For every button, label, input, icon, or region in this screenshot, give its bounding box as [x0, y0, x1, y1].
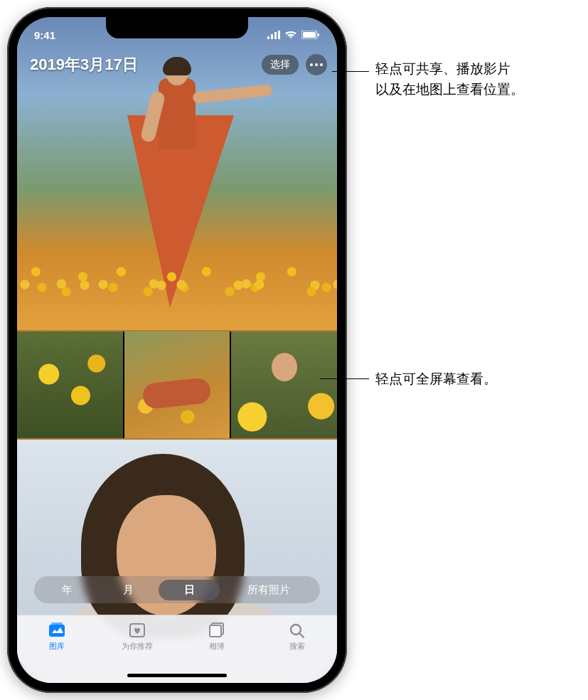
- svg-rect-2: [274, 32, 277, 39]
- header-overlay: 2019年3月17日 选择: [30, 54, 327, 75]
- photo-thumbnail[interactable]: [231, 332, 337, 438]
- tab-library[interactable]: 图库: [18, 621, 95, 652]
- tab-albums[interactable]: 相簿: [178, 621, 255, 652]
- tab-label: 搜索: [289, 641, 305, 652]
- more-button[interactable]: [306, 54, 327, 75]
- svg-rect-0: [267, 36, 269, 39]
- tab-label: 相簿: [209, 641, 225, 652]
- albums-icon: [207, 621, 227, 640]
- tab-label: 为你推荐: [122, 641, 153, 652]
- svg-line-13: [299, 634, 304, 638]
- svg-rect-5: [303, 32, 316, 38]
- library-icon: [47, 621, 67, 640]
- callout-thumbnail: 轻点可全屏幕查看。: [375, 368, 497, 389]
- date-title: 2019年3月17日: [30, 54, 138, 75]
- time-scale-segmented-control[interactable]: 年 月 日 所有照片: [34, 576, 320, 603]
- wifi-icon: [284, 31, 297, 39]
- for-you-icon: [127, 621, 147, 640]
- svg-rect-1: [271, 34, 273, 39]
- segment-year[interactable]: 年: [36, 580, 97, 600]
- documentation-figure: 9:41: [0, 0, 588, 700]
- photo-thumbnail[interactable]: [124, 332, 230, 438]
- svg-rect-3: [278, 31, 280, 39]
- header-actions: 选择: [262, 54, 327, 75]
- hero-foreground: [17, 238, 337, 330]
- thumbnail-row: [17, 332, 337, 438]
- iphone-frame: 9:41: [7, 7, 347, 693]
- segment-day[interactable]: 日: [159, 580, 220, 600]
- tab-label: 图库: [49, 641, 65, 652]
- home-indicator[interactable]: [127, 674, 227, 677]
- select-button[interactable]: 选择: [262, 55, 299, 75]
- battery-icon: [301, 31, 320, 39]
- svg-rect-8: [51, 622, 63, 625]
- callout-line: [320, 378, 369, 379]
- search-icon: [287, 621, 307, 640]
- notch: [106, 17, 248, 38]
- svg-rect-7: [49, 625, 65, 637]
- svg-rect-11: [210, 625, 221, 637]
- status-time: 9:41: [34, 29, 55, 41]
- iphone-screen: 9:41: [17, 17, 337, 683]
- segment-month[interactable]: 月: [97, 580, 159, 600]
- callout-line: [332, 71, 369, 72]
- callout-more-button: 轻点可共享、播放影片 以及在地图上查看位置。: [375, 58, 524, 100]
- segment-all-photos[interactable]: 所有照片: [220, 580, 318, 600]
- tab-bar: 图库 为你推荐 相簿 搜索: [17, 615, 337, 683]
- tab-for-you[interactable]: 为你推荐: [99, 621, 176, 652]
- status-indicators: [267, 31, 320, 39]
- ellipsis-icon: [310, 63, 323, 66]
- svg-rect-6: [318, 33, 319, 36]
- cellular-icon: [267, 31, 280, 39]
- photo-thumbnail[interactable]: [17, 332, 123, 438]
- tab-search[interactable]: 搜索: [259, 621, 336, 652]
